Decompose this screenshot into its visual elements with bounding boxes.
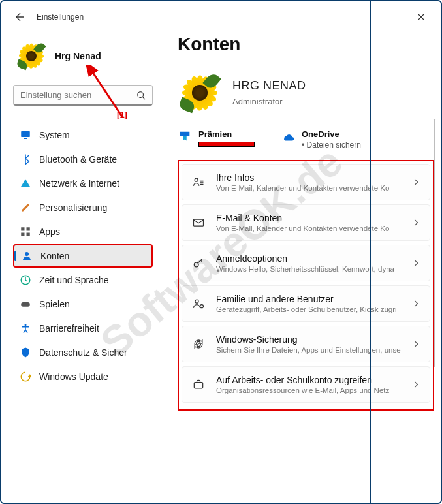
sidebar-item-label: Spielen: [39, 299, 70, 309]
brush-icon: [20, 202, 31, 213]
svg-rect-3: [24, 138, 27, 140]
backup-icon: [191, 337, 206, 351]
settings-list: Ihre InfosVon E-Mail, Kalender und Konta…: [178, 160, 434, 411]
svg-rect-2: [21, 131, 30, 137]
settings-row-familie-und-andere-benutzer[interactable]: Familie und andere BenutzerGerätezugriff…: [182, 285, 430, 322]
tile-rewards-title: Prämien: [198, 129, 255, 139]
settings-row-e-mail-konten[interactable]: E-Mail & KontenVon E-Mail, Kalender und …: [182, 204, 430, 241]
svg-point-1: [138, 91, 144, 97]
apps-icon: [20, 226, 31, 238]
sidebar-item-label: Netzwerk & Internet: [39, 178, 119, 189]
gamepad-icon: [20, 298, 31, 310]
svg-point-14: [194, 262, 198, 267]
sidebar-item-datenschutz-sicher[interactable]: Datenschutz & Sicher: [13, 341, 153, 364]
sidebar-item-windows-update[interactable]: Windows Update: [13, 365, 153, 388]
svg-rect-6: [21, 233, 24, 236]
row-title: Anmeldeoptionen: [216, 253, 401, 264]
sidebar-item-label: Datenschutz & Sicher: [39, 347, 127, 358]
sidebar-item-label: Windows Update: [39, 371, 108, 382]
svg-rect-13: [194, 219, 204, 226]
family-icon: [191, 296, 206, 311]
main-content: Konten HRG NENAD Administrator Prämien: [158, 29, 441, 501]
annotation-marker-1: [1]: [91, 110, 153, 119]
row-sub: Sichern Sie Ihre Dateien, Apps und Einst…: [216, 346, 401, 354]
person-icon: [21, 250, 33, 262]
chevron-right-icon: [411, 380, 420, 389]
briefcase-icon: [191, 377, 206, 392]
svg-rect-17: [194, 383, 202, 388]
sidebar-item-zeit-und-sprache[interactable]: Zeit und Sprache: [13, 268, 153, 292]
sidebar-item-label: Apps: [39, 227, 60, 237]
sidebar-item-system[interactable]: System: [13, 123, 153, 147]
clock-globe-icon: [20, 274, 31, 286]
svg-rect-4: [21, 227, 24, 230]
user-name: Hrg Nenad: [55, 51, 101, 61]
display-icon: [20, 129, 31, 141]
chevron-right-icon: [411, 218, 420, 227]
chevron-right-icon: [411, 259, 420, 268]
sidebar: Hrg Nenad [1] SystemBluetooth & GeräteNe…: [1, 29, 158, 501]
chevron-right-icon: [411, 299, 420, 308]
sidebar-item-bluetooth-ger-te[interactable]: Bluetooth & Geräte: [13, 148, 153, 171]
row-title: E-Mail & Konten: [216, 213, 401, 223]
row-sub: Organisationsressourcen wie E-Mail, Apps…: [216, 386, 401, 394]
window-title: Einstellungen: [37, 12, 84, 22]
key-icon: [191, 256, 206, 270]
scrollbar[interactable]: [434, 119, 435, 367]
sidebar-item-label: Konten: [40, 251, 69, 261]
onedrive-icon: [281, 129, 295, 144]
row-sub: Von E-Mail, Kalender und Kontakten verwe…: [216, 184, 401, 192]
svg-rect-7: [27, 233, 30, 236]
shield-icon: [20, 347, 31, 358]
tile-onedrive[interactable]: OneDrive • Dateien sichern: [281, 129, 361, 150]
close-button[interactable]: [413, 12, 429, 22]
row-sub: Windows Hello, Sicherheitsschlüssel, Ken…: [216, 265, 401, 273]
sidebar-item-label: Barrierefreiheit: [39, 323, 99, 334]
sidebar-item-spielen[interactable]: Spielen: [13, 292, 153, 316]
svg-rect-5: [27, 227, 30, 230]
tile-onedrive-title: OneDrive: [302, 129, 361, 139]
row-title: Familie und andere Benutzer: [216, 294, 401, 304]
sidebar-item-label: Personalisierung: [39, 202, 107, 213]
settings-row-anmeldeoptionen[interactable]: AnmeldeoptionenWindows Hello, Sicherheit…: [182, 245, 430, 281]
sidebar-item-label: System: [39, 130, 70, 140]
wifi-icon: [20, 178, 31, 189]
sidebar-item-konten[interactable]: Konten: [13, 244, 153, 268]
your-info-icon: [191, 175, 206, 189]
sidebar-item-label: Bluetooth & Geräte: [39, 154, 117, 165]
account-avatar: [178, 71, 222, 115]
row-sub: Von E-Mail, Kalender und Kontakten verwe…: [216, 225, 401, 232]
sidebar-item-personalisierung[interactable]: Personalisierung: [13, 196, 153, 219]
sidebar-item-netzwerk-internet[interactable]: Netzwerk & Internet: [13, 172, 153, 195]
search-box[interactable]: [13, 85, 153, 106]
chevron-right-icon: [411, 178, 420, 187]
tile-rewards[interactable]: Prämien: [178, 129, 255, 150]
svg-rect-10: [21, 302, 30, 307]
account-name: HRG NENAD: [232, 79, 306, 93]
svg-point-12: [195, 178, 198, 181]
account-role: Administrator: [232, 97, 306, 106]
search-icon: [136, 91, 146, 100]
row-title: Ihre Infos: [216, 172, 401, 183]
user-block[interactable]: Hrg Nenad: [13, 35, 153, 84]
back-button[interactable]: [13, 10, 26, 24]
settings-row-windows-sicherung[interactable]: Windows-SicherungSichern Sie Ihre Dateie…: [182, 326, 430, 362]
svg-point-15: [195, 300, 198, 303]
rewards-icon: [178, 129, 192, 144]
settings-row-auf-arbeits-oder-schulkonto-zugreifen[interactable]: Auf Arbeits- oder Schulkonto zugreifenOr…: [182, 366, 430, 403]
sidebar-item-apps[interactable]: Apps: [13, 220, 153, 244]
sidebar-nav: SystemBluetooth & GeräteNetzwerk & Inter…: [13, 123, 153, 388]
search-input[interactable]: [20, 90, 136, 100]
mail-icon: [191, 215, 206, 230]
row-sub: Gerätezugriff, Arbeits- oder Schulbenutz…: [216, 306, 401, 313]
annotation-vertical-line: [370, 1, 371, 503]
account-header: HRG NENAD Administrator: [178, 71, 434, 115]
sidebar-item-barrierefreiheit[interactable]: Barrierefreiheit: [13, 317, 153, 340]
bluetooth-icon: [20, 153, 31, 165]
row-title: Auf Arbeits- oder Schulkonto zugreifen: [216, 375, 401, 385]
user-avatar: [16, 40, 47, 72]
titlebar: Einstellungen: [1, 1, 441, 29]
settings-row-ihre-infos[interactable]: Ihre InfosVon E-Mail, Kalender und Konta…: [182, 164, 430, 200]
annotation-red-bar: [198, 142, 255, 147]
svg-point-11: [25, 324, 27, 326]
